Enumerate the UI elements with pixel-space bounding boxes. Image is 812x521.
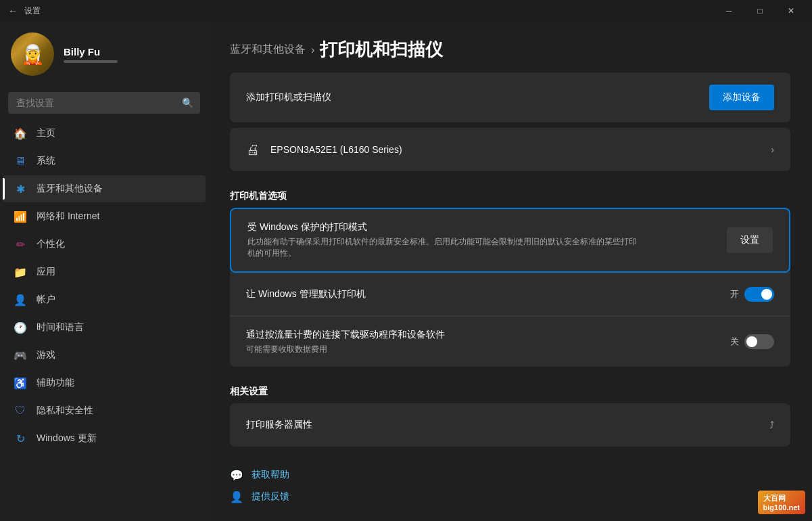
external-link-icon: ⤴ bbox=[769, 420, 774, 430]
add-device-button[interactable]: 添加设备 bbox=[709, 85, 774, 110]
apps-icon: 📁 bbox=[14, 265, 27, 279]
feedback-link[interactable]: 👤 提供反馈 bbox=[230, 490, 790, 503]
update-icon: ↻ bbox=[14, 432, 27, 445]
time-icon: 🕐 bbox=[14, 321, 27, 334]
breadcrumb-separator: › bbox=[311, 44, 314, 56]
search-input[interactable] bbox=[8, 92, 200, 114]
sidebar-item-gaming[interactable]: 🎮游戏 bbox=[3, 342, 206, 369]
gaming-icon: 🎮 bbox=[14, 348, 27, 362]
user-info: Billy Fu bbox=[64, 46, 118, 63]
sidebar-item-label: 隐私和安全性 bbox=[37, 405, 93, 417]
manage-default-toggle-container: 开 bbox=[730, 287, 774, 302]
sidebar-item-update[interactable]: ↻Windows 更新 bbox=[3, 425, 206, 452]
protected-print-label-stack: 受 Windows 保护的打印模式 此功能有助于确保采用打印机软件的最新安全标准… bbox=[247, 221, 640, 259]
manage-default-toggle[interactable] bbox=[744, 287, 774, 302]
nav-list: 🏠主页🖥系统✱蓝牙和其他设备📶网络和 Internet✏个性化📁应用👤帐户🕐时间… bbox=[0, 119, 208, 453]
app-title: 设置 bbox=[24, 5, 41, 17]
download-drivers-row: 通过按流量计费的连接下载驱动程序和设备软件 可能需要收取数据费用 关 bbox=[230, 316, 790, 367]
printer-options-card: 受 Windows 保护的打印模式 此功能有助于确保采用打印机软件的最新安全标准… bbox=[230, 208, 790, 367]
network-icon: 📶 bbox=[14, 210, 27, 223]
feedback-icon: 👤 bbox=[230, 490, 243, 503]
privacy-icon: 🛡 bbox=[14, 404, 27, 417]
sidebar-item-personalization[interactable]: ✏个性化 bbox=[3, 231, 206, 258]
sidebar-item-label: 游戏 bbox=[37, 349, 55, 361]
printer-icon: 🖨 bbox=[246, 142, 260, 158]
sidebar-item-label: 蓝牙和其他设备 bbox=[37, 183, 103, 195]
protected-print-row: 受 Windows 保护的打印模式 此功能有助于确保采用打印机软件的最新安全标准… bbox=[230, 208, 790, 273]
sidebar-item-label: 辅助功能 bbox=[37, 377, 74, 389]
sidebar-item-network[interactable]: 📶网络和 Internet bbox=[3, 203, 206, 230]
add-printer-row: 添加打印机或扫描仪 添加设备 bbox=[230, 72, 790, 122]
window-controls: ─ □ ✕ bbox=[713, 0, 807, 22]
breadcrumb: 蓝牙和其他设备 › 打印机和扫描仪 bbox=[208, 22, 812, 72]
toggle-knob bbox=[761, 289, 772, 300]
accounts-icon: 👤 bbox=[14, 293, 27, 307]
search-container: 🔍 bbox=[0, 87, 208, 119]
sidebar-item-label: 个性化 bbox=[37, 238, 65, 250]
printer-device-card: 🖨 EPSON3A52E1 (L6160 Series) › bbox=[230, 128, 790, 171]
sidebar: 🧝 Billy Fu 🔍 🏠主页🖥系统✱蓝牙和其他设备📶网络和 Internet… bbox=[0, 22, 208, 521]
related-settings-card: 打印服务器属性 ⤴ bbox=[230, 403, 790, 447]
protected-print-label: 受 Windows 保护的打印模式 bbox=[247, 221, 640, 233]
accessibility-icon: ♿ bbox=[14, 376, 27, 390]
user-name: Billy Fu bbox=[64, 46, 118, 58]
sidebar-item-accessibility[interactable]: ♿辅助功能 bbox=[3, 369, 206, 397]
maximize-button[interactable]: □ bbox=[744, 0, 775, 22]
print-server-label: 打印服务器属性 bbox=[246, 419, 312, 431]
bluetooth-icon: ✱ bbox=[14, 182, 27, 196]
manage-default-label: 让 Windows 管理默认打印机 bbox=[246, 288, 366, 300]
get-help-label: 获取帮助 bbox=[252, 469, 289, 481]
sidebar-item-home[interactable]: 🏠主页 bbox=[3, 120, 206, 147]
titlebar: ← 设置 ─ □ ✕ bbox=[0, 0, 812, 22]
sidebar-item-system[interactable]: 🖥系统 bbox=[3, 148, 206, 175]
feedback-label: 提供反馈 bbox=[252, 491, 289, 503]
printer-options-heading: 打印机首选项 bbox=[208, 177, 812, 208]
download-drivers-toggle-container: 关 bbox=[730, 334, 774, 349]
protected-settings-button[interactable]: 设置 bbox=[727, 227, 773, 253]
printer-device-row[interactable]: 🖨 EPSON3A52E1 (L6160 Series) › bbox=[230, 128, 790, 171]
system-icon: 🖥 bbox=[14, 154, 27, 168]
related-settings-heading: 相关设置 bbox=[208, 372, 812, 403]
search-icon: 🔍 bbox=[182, 97, 193, 108]
print-server-row[interactable]: 打印服务器属性 ⤴ bbox=[230, 403, 790, 447]
content-area: 蓝牙和其他设备 › 打印机和扫描仪 添加打印机或扫描仪 添加设备 🖨 EPSON… bbox=[208, 22, 812, 521]
user-bar bbox=[64, 60, 118, 63]
sidebar-item-bluetooth[interactable]: ✱蓝牙和其他设备 bbox=[3, 175, 206, 202]
add-printer-label: 添加打印机或扫描仪 bbox=[246, 91, 331, 104]
download-drivers-toggle-label: 关 bbox=[730, 336, 739, 348]
sidebar-item-time[interactable]: 🕐时间和语言 bbox=[3, 314, 206, 341]
sidebar-item-apps[interactable]: 📁应用 bbox=[3, 258, 206, 286]
get-help-link[interactable]: 💬 获取帮助 bbox=[230, 468, 790, 482]
user-profile[interactable]: 🧝 Billy Fu bbox=[0, 22, 208, 87]
manage-default-toggle-label: 开 bbox=[730, 288, 739, 300]
sidebar-item-label: 主页 bbox=[37, 127, 55, 139]
download-drivers-toggle[interactable] bbox=[744, 334, 774, 349]
personalization-icon: ✏ bbox=[14, 237, 27, 251]
sidebar-item-label: Windows 更新 bbox=[37, 432, 97, 445]
printer-device-label: 🖨 EPSON3A52E1 (L6160 Series) bbox=[246, 142, 402, 158]
breadcrumb-current: 打印机和扫描仪 bbox=[320, 38, 443, 62]
watermark: 大百网big100.net bbox=[758, 491, 805, 514]
minimize-button[interactable]: ─ bbox=[713, 0, 744, 22]
download-drivers-label-stack: 通过按流量计费的连接下载驱动程序和设备软件 可能需要收取数据费用 bbox=[246, 329, 445, 355]
sidebar-item-label: 应用 bbox=[37, 266, 55, 278]
manage-default-row: 让 Windows 管理默认打印机 开 bbox=[230, 273, 790, 316]
back-button[interactable]: ← bbox=[8, 5, 18, 16]
help-links: 💬 获取帮助 👤 提供反馈 bbox=[208, 452, 812, 503]
avatar: 🧝 bbox=[11, 32, 54, 76]
home-icon: 🏠 bbox=[14, 127, 27, 140]
add-printer-card: 添加打印机或扫描仪 添加设备 bbox=[230, 72, 790, 122]
toggle-knob-2 bbox=[746, 336, 757, 347]
download-drivers-sub: 可能需要收取数据费用 bbox=[246, 344, 445, 355]
breadcrumb-parent[interactable]: 蓝牙和其他设备 bbox=[230, 43, 306, 57]
sidebar-item-privacy[interactable]: 🛡隐私和安全性 bbox=[3, 397, 206, 424]
chevron-right-icon: › bbox=[771, 144, 774, 155]
sidebar-item-label: 网络和 Internet bbox=[37, 210, 99, 223]
help-icon: 💬 bbox=[230, 468, 243, 482]
sidebar-item-accounts[interactable]: 👤帐户 bbox=[3, 286, 206, 313]
protected-print-desc: 此功能有助于确保采用打印机软件的最新安全标准。启用此功能可能会限制使用旧的默认安… bbox=[247, 236, 640, 259]
sidebar-item-label: 帐户 bbox=[37, 294, 55, 306]
download-drivers-label: 通过按流量计费的连接下载驱动程序和设备软件 bbox=[246, 329, 445, 341]
sidebar-item-label: 系统 bbox=[37, 155, 55, 167]
close-button[interactable]: ✕ bbox=[775, 0, 807, 22]
